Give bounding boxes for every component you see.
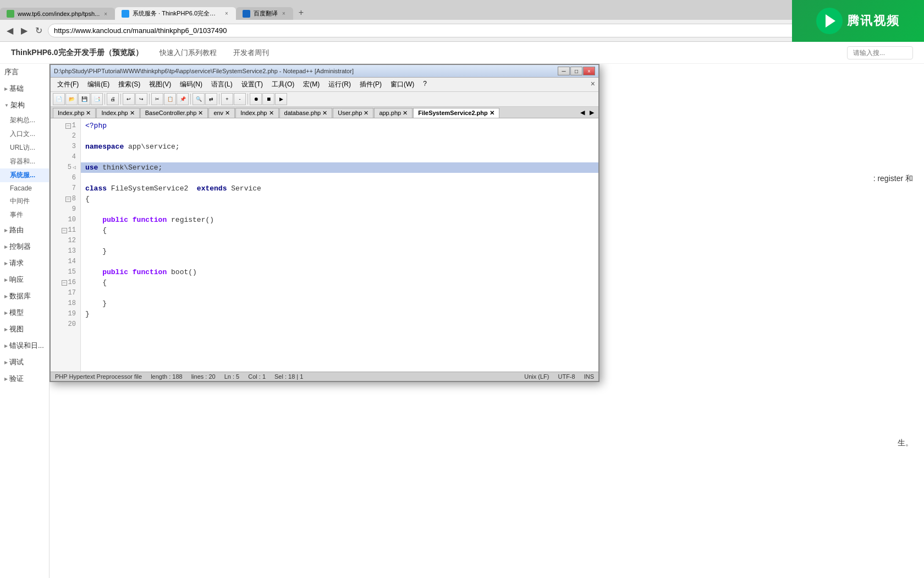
sidebar-item-container[interactable]: 容器和... xyxy=(0,155,49,168)
sidebar-item-response[interactable]: ▶ 响应 xyxy=(0,271,49,288)
toolbar-print[interactable]: 🖨 xyxy=(107,93,119,105)
url-input[interactable] xyxy=(48,24,886,37)
menu-edit[interactable]: 编辑(E) xyxy=(83,79,114,90)
fold-btn-11[interactable]: ─ xyxy=(62,228,67,233)
status-ins: INS xyxy=(584,373,594,380)
forward-button[interactable]: ▶ xyxy=(19,24,30,37)
toolbar-zoom-in[interactable]: + xyxy=(221,93,233,105)
sidebar-item-url[interactable]: URL访... xyxy=(0,141,49,155)
sidebar-item-routing[interactable]: ▶ 路由 xyxy=(0,222,49,238)
sidebar-item-debug[interactable]: ▶ 调试 xyxy=(0,354,49,370)
refresh-button[interactable]: ↻ xyxy=(33,24,45,37)
toolbar-save-all[interactable]: 📑 xyxy=(91,93,103,105)
sidebar-item-errors[interactable]: ▶ 错误和日... xyxy=(0,337,49,354)
toolbar-cut[interactable]: ✂ xyxy=(151,93,163,105)
fold-btn-1[interactable]: ─ xyxy=(65,123,71,129)
tab-close-3[interactable]: × xyxy=(281,10,287,17)
toolbar-macro-stop[interactable]: ⏹ xyxy=(262,93,274,105)
toolbar-open[interactable]: 📂 xyxy=(65,93,78,105)
toolbar-macro-record[interactable]: ⏺ xyxy=(250,93,262,105)
code-lines-panel[interactable]: <?php namespace app\service; use think\S… xyxy=(81,118,598,372)
toolbar-copy[interactable]: 📋 xyxy=(164,93,176,105)
back-button[interactable]: ◀ xyxy=(4,24,15,37)
fold-btn-8[interactable]: ─ xyxy=(65,197,71,202)
tab-1[interactable]: www.tp6.com/index.php/tpsh... × xyxy=(0,8,115,20)
tab-label-3: 百度翻译 xyxy=(254,9,278,18)
editor-tab-database[interactable]: database.php ✕ xyxy=(279,108,333,118)
sidebar-item-model[interactable]: ▶ 模型 xyxy=(0,304,49,321)
search-input[interactable] xyxy=(847,46,913,59)
editor-tab-user[interactable]: User.php ✕ xyxy=(333,108,373,118)
sidebar-item-facade[interactable]: Facade xyxy=(0,182,49,194)
notepad-inner-close[interactable]: × xyxy=(591,79,595,88)
toolbar-replace[interactable]: ⇄ xyxy=(205,93,217,105)
sidebar-item-entry[interactable]: 入口文... xyxy=(0,127,49,141)
window-controls: ─ □ × xyxy=(558,67,595,75)
editor-tab-index2[interactable]: Index.php ✕ xyxy=(96,108,139,118)
sidebar-item-event[interactable]: 事件 xyxy=(0,208,49,222)
toolbar-undo[interactable]: ↩ xyxy=(123,93,135,105)
tab-3[interactable]: 百度翻译 × xyxy=(236,7,293,20)
menu-run[interactable]: 运行(R) xyxy=(324,79,355,90)
sidebar-label-model: 模型 xyxy=(9,308,24,318)
sidebar-item-controller[interactable]: ▶ 控制器 xyxy=(0,238,49,255)
sidebar-item-system-service[interactable]: 系统服... xyxy=(0,168,49,182)
menu-window[interactable]: 窗口(W) xyxy=(386,79,419,90)
sidebar-item-middleware[interactable]: 中间件 xyxy=(0,194,49,208)
sidebar-item-request[interactable]: ▶ 请求 xyxy=(0,255,49,271)
toolbar-paste[interactable]: 📌 xyxy=(177,93,189,105)
sidebar-item-arch[interactable]: ▼ 架构 xyxy=(0,97,49,113)
tab-2[interactable]: 系统服务 · ThinkPHP6.0完全开发... × xyxy=(115,7,236,20)
close-button[interactable]: × xyxy=(583,67,595,75)
kw-use: use xyxy=(85,163,98,172)
line-num-9: 9 xyxy=(53,204,78,215)
menu-help[interactable]: ? xyxy=(419,79,431,90)
fold-btn-16[interactable]: ─ xyxy=(62,280,67,286)
menu-settings[interactable]: 设置(T) xyxy=(237,79,267,90)
sidebar-item-basics[interactable]: ▶ 基础 xyxy=(0,80,49,97)
toolbar-new[interactable]: 📄 xyxy=(53,93,65,105)
topnav-link-tutorial[interactable]: 快速入门系列教程 xyxy=(160,48,217,58)
editor-tab-app[interactable]: app.php ✕ xyxy=(374,108,413,118)
editor-tab-index1[interactable]: Index.php ✕ xyxy=(53,108,96,118)
status-col: Col : 1 xyxy=(248,373,266,380)
toolbar-redo[interactable]: ↪ xyxy=(135,93,147,105)
new-tab-button[interactable]: + xyxy=(293,6,309,20)
toolbar-separator-6 xyxy=(248,94,248,105)
menu-view[interactable]: 视图(V) xyxy=(145,79,175,90)
editor-tab-env[interactable]: env ✕ xyxy=(208,108,235,118)
minimize-button[interactable]: ─ xyxy=(558,67,570,75)
tab-close-1[interactable]: × xyxy=(103,11,108,17)
tabs-scroll-right[interactable]: ▶ xyxy=(587,108,596,118)
sidebar-item-preface[interactable]: 序言 xyxy=(0,64,49,80)
menu-search[interactable]: 搜索(S) xyxy=(114,79,145,90)
menu-encode[interactable]: 编码(N) xyxy=(175,79,207,90)
toolbar-zoom-out[interactable]: - xyxy=(234,93,246,105)
line-num-16: ─ 16 xyxy=(53,277,78,288)
menu-tools[interactable]: 工具(O) xyxy=(267,79,299,90)
sidebar-label-errors: 错误和日... xyxy=(9,341,44,351)
sidebar-item-view[interactable]: ▶ 视图 xyxy=(0,321,49,337)
toolbar-save[interactable]: 💾 xyxy=(78,93,90,105)
editor-tab-index3[interactable]: Index.php ✕ xyxy=(235,108,278,118)
menu-language[interactable]: 语言(L) xyxy=(207,79,237,90)
editor-tab-basecontroller[interactable]: BaseController.php ✕ xyxy=(140,108,208,118)
maximize-button[interactable]: □ xyxy=(570,67,582,75)
tabs-scroll-left[interactable]: ◀ xyxy=(578,108,587,118)
menu-macro[interactable]: 宏(M) xyxy=(299,79,324,90)
sidebar-item-database[interactable]: ▶ 数据库 xyxy=(0,288,49,304)
line-num-5: 5 ◁ xyxy=(53,162,78,173)
menu-plugins[interactable]: 插件(P) xyxy=(355,79,386,90)
toolbar-find[interactable]: 🔍 xyxy=(193,93,205,105)
tab-close-2[interactable]: × xyxy=(224,10,229,17)
topnav-link-weekly[interactable]: 开发者周刊 xyxy=(233,48,269,58)
sidebar-label-response: 响应 xyxy=(9,275,24,285)
toolbar-macro-play[interactable]: ▶ xyxy=(275,93,287,105)
code-line-2 xyxy=(81,131,598,141)
code-line-15: public function boot() xyxy=(81,267,598,277)
editor-tab-filesystemservice2-active[interactable]: FileSystemService2.php ✕ xyxy=(413,108,499,118)
sidebar-item-arch-overview[interactable]: 架构总... xyxy=(0,113,49,127)
menu-file[interactable]: 文件(F) xyxy=(53,79,83,90)
toolbar-separator-4 xyxy=(190,94,191,105)
sidebar-item-validation[interactable]: ▶ 验证 xyxy=(0,370,49,387)
